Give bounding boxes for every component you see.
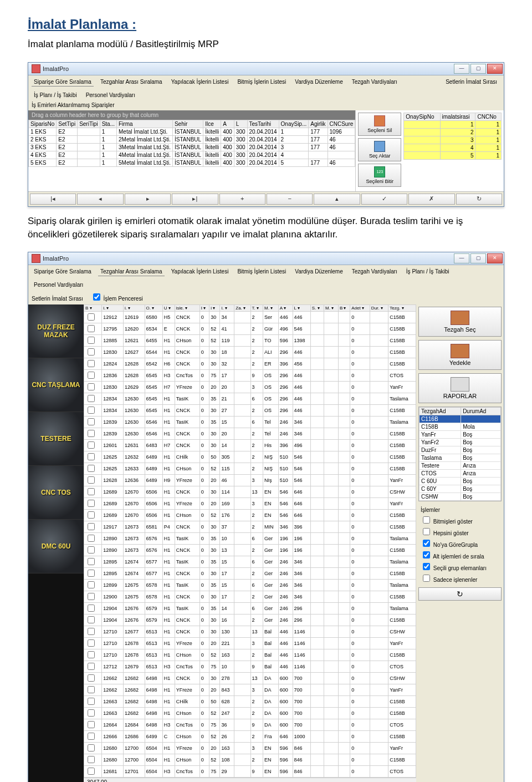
nav-button[interactable]: ✗	[408, 194, 454, 205]
row-checkbox[interactable]	[88, 628, 95, 635]
nav-button[interactable]: +	[219, 194, 265, 205]
table-row[interactable]: 12904126766579H1CNCK030162Ger2462960C158…	[84, 615, 416, 626]
table-row[interactable]: 21	[404, 128, 502, 136]
row-checkbox[interactable]	[88, 511, 95, 519]
col-header[interactable]: TesTarihi	[247, 120, 279, 128]
row-checkbox[interactable]	[88, 383, 95, 390]
nav-button[interactable]: ◂	[77, 194, 123, 205]
col-header[interactable]: imalatsirasi	[440, 113, 475, 120]
table-row[interactable]: 12824126286542H6CNCK030322ER3964560C158B	[84, 358, 416, 370]
table-row[interactable]: 12917126736581P4CNCK030372MIN3463960C158…	[84, 521, 416, 533]
table-row[interactable]: 12834126306545H1TasIK035216OS2964460Tasl…	[84, 393, 416, 405]
group-by-bar[interactable]: Drag a column header here to group by th…	[28, 110, 355, 120]
row-checkbox[interactable]	[88, 465, 95, 472]
option-input[interactable]	[423, 551, 430, 558]
col-header[interactable]: M. ▾	[263, 305, 279, 312]
col-header[interactable]: i. ▾	[220, 305, 234, 312]
col-header[interactable]: OnaySipNo	[404, 113, 440, 120]
status-row[interactable]: C 60UBoş	[420, 478, 501, 485]
row-checkbox[interactable]	[88, 372, 95, 379]
table-row[interactable]: 1 EKSE21Metal İmalat Ltd.Şti.İSTANBULİki…	[29, 128, 355, 135]
table-row[interactable]: 3 EKSE213Metal İmalat Ltd.Şti.İSTANBULİk…	[29, 143, 355, 151]
table-row[interactable]: 12839126306546H1CNCK030202Tel2463460C158…	[84, 428, 416, 440]
table-row[interactable]: 12662126826498H1CNCK03027813DA6007000CSH…	[84, 673, 416, 684]
option-input[interactable]	[423, 516, 430, 524]
table-row[interactable]: 31	[404, 136, 502, 144]
option-input[interactable]	[423, 575, 430, 582]
tab-1[interactable]: Tezgahlar Arası Sıralama	[98, 267, 165, 276]
row-checkbox[interactable]	[88, 639, 95, 647]
option-checkbox[interactable]: No'ya GöreGrupla	[418, 537, 502, 549]
table-row[interactable]: 12628126366489H9YFreze020463NIş5105460Ya…	[84, 475, 416, 486]
row-checkbox[interactable]	[88, 488, 95, 495]
tab-6[interactable]: İş Planı / İş Takibi	[32, 91, 79, 100]
tab-0[interactable]: Siparişe Göre Sıralama	[32, 78, 94, 87]
row-checkbox[interactable]	[88, 756, 95, 763]
table-row[interactable]: 12895126746577H1TasIK035156Ger2463460Tas…	[84, 556, 416, 568]
tab-3[interactable]: Bitmiş İşlerin Listesi	[235, 78, 288, 87]
table-row[interactable]: 12689126706506H1YFreze0201693EN5466460Ya…	[84, 498, 416, 510]
move-selected-button[interactable]: Seç Aktar	[358, 138, 401, 161]
row-checkbox[interactable]	[88, 709, 95, 717]
table-row[interactable]: 12795126206534ECNCK052412Gür4965460C158B	[84, 323, 416, 335]
table-row[interactable]: 12664126846498H3CncTos075369DA6007000CTO…	[84, 719, 416, 731]
col-header[interactable]: OnaySip...	[279, 120, 309, 128]
col-header[interactable]: Dur. ▾	[370, 305, 388, 312]
tab-7[interactable]: Personel Vardiyaları	[32, 281, 85, 290]
table-row[interactable]: 12601126316483H7CNCK030142His3964960C158…	[84, 440, 416, 451]
col-header[interactable]: Za. ▾	[234, 305, 250, 312]
col-header[interactable]: DurumAd	[461, 408, 501, 415]
status-row[interactable]: CSHWBoş	[420, 493, 501, 501]
table-row[interactable]: 12689126706506H1CHson0521762EN5466460C15…	[84, 510, 416, 521]
table-row[interactable]: 12662126826498H1YFreze0208433DA6007000Ya…	[84, 684, 416, 696]
finish-selected-button[interactable]: 123 Seçileni Bitir	[358, 164, 401, 187]
tab-3[interactable]: Bitmiş İşlerin Listesi	[235, 267, 288, 276]
col-header[interactable]: Agirlik	[309, 120, 328, 128]
close-button[interactable]: ✕	[487, 64, 503, 74]
option-input[interactable]	[423, 540, 430, 547]
table-row[interactable]: 12830126276544H1CNCK030182ALI2964460C158…	[84, 347, 416, 358]
table-row[interactable]: 12663126826498H1CHilk0506282DA6007000C15…	[84, 696, 416, 708]
row-checkbox[interactable]	[88, 407, 95, 414]
table-row[interactable]: 12885126216455H1CHson0521192TO59613980C1…	[84, 335, 416, 347]
table-row[interactable]: 12912126196580H5CNCK030342Ser4464460C158…	[84, 312, 416, 323]
reports-button[interactable]: RAPORLAR	[418, 373, 502, 403]
col-header[interactable]: isle. ▾	[175, 305, 200, 312]
islem-penceresi-input[interactable]	[93, 293, 100, 301]
col-header[interactable]: A ▾	[278, 305, 293, 312]
status-row[interactable]: DuzFrBoş	[420, 446, 501, 454]
nav-button[interactable]: ↻	[456, 194, 502, 205]
col-header[interactable]: L	[234, 120, 247, 128]
row-checkbox[interactable]	[88, 570, 95, 577]
row-checkbox[interactable]	[88, 430, 95, 437]
operations-grid[interactable]: B ▾i. ▾i. ▾O. ▾U ▾isle. ▾I ▾i ▾i. ▾Za. ▾…	[84, 304, 416, 778]
row-checkbox[interactable]	[88, 616, 95, 623]
table-row[interactable]: 12689126706506H1CNCK03011413EN5466460CSH…	[84, 486, 416, 498]
table-row[interactable]: 12710126776513H1CNCK03013013Bal44611460C…	[84, 626, 416, 638]
tab-7[interactable]: Personel Vardiyaları	[84, 91, 137, 100]
tab-2[interactable]: Yapılacak İşlerin Listesi	[169, 78, 231, 87]
col-header[interactable]: TezgahAd	[420, 408, 461, 415]
table-row[interactable]: 4 EKSE214Metal İmalat Ltd.Şti.İSTANBULİk…	[29, 151, 355, 159]
col-header[interactable]: Sehir	[172, 120, 203, 128]
table-row[interactable]: 12710126786513H1YFreze0202213Bal44611460…	[84, 638, 416, 649]
status-row[interactable]: C116B	[420, 415, 501, 423]
col-header[interactable]: I ▾	[200, 305, 209, 312]
minimize-button[interactable]: —	[454, 253, 469, 263]
minimize-button[interactable]: —	[454, 64, 469, 74]
row-checkbox[interactable]	[88, 674, 95, 682]
refresh-button[interactable]: ↻	[418, 587, 502, 601]
nav-button[interactable]: ▸|	[172, 194, 218, 205]
tab-4[interactable]: Vardiya Düzenleme	[293, 267, 345, 276]
col-header[interactable]: i ▾	[209, 305, 220, 312]
option-checkbox[interactable]: Alt işlemleri de sırala	[418, 549, 502, 561]
col-header[interactable]: M. ▾	[324, 305, 338, 312]
row-checkbox[interactable]	[88, 581, 95, 588]
nav-button[interactable]: ✓	[361, 194, 407, 205]
close-button[interactable]: ✕	[487, 253, 503, 263]
tab-4[interactable]: Vardiya Düzenleme	[293, 78, 345, 87]
machine-thumb[interactable]: DUZ FREZE MAZAK	[28, 304, 84, 358]
row-checkbox[interactable]	[88, 418, 95, 425]
nav-button[interactable]: ▸	[125, 194, 171, 205]
row-checkbox[interactable]	[88, 721, 95, 728]
